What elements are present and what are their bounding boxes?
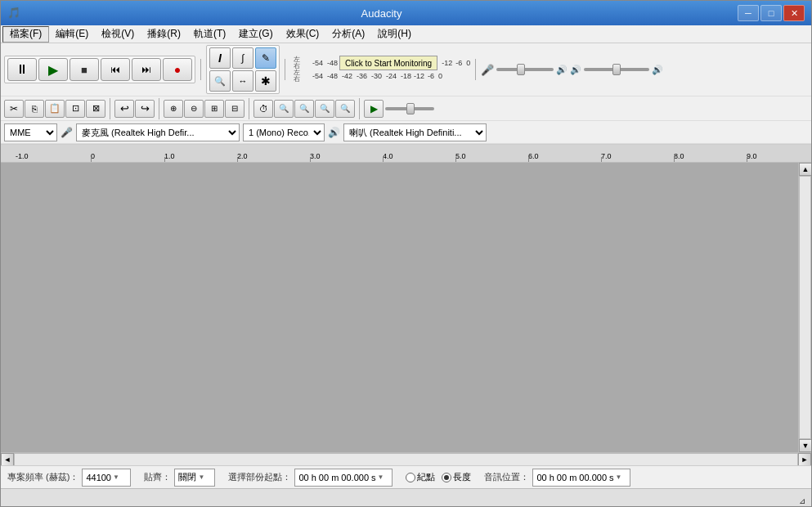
maximize-button[interactable]: □ [760, 5, 782, 21]
play-at-speed-container: ▶ [364, 100, 434, 118]
window-controls: ─ □ ✕ [738, 5, 805, 21]
copy-button[interactable]: ⎘ [25, 100, 44, 118]
selection-start-label: 選擇部份起點： [228, 471, 291, 483]
menu-edit[interactable]: 編輯(E) [49, 26, 95, 43]
separator-1 [200, 59, 201, 80]
zoom-out-button[interactable]: ⊖ [184, 100, 204, 118]
sample-rate-label: 專案頻率 (赫茲)： [7, 471, 79, 483]
silence-button[interactable]: ⊠ [86, 100, 105, 118]
ruler-tick-9: 8.0 [674, 152, 684, 160]
menu-analyze[interactable]: 分析(A) [325, 26, 371, 43]
menu-bar: 檔案(F) 編輯(E) 檢視(V) 播錄(R) 軌道(T) 建立(G) 效果(C… [1, 25, 811, 43]
stop-button[interactable]: ■ [70, 58, 99, 81]
scroll-track-h[interactable] [14, 453, 798, 466]
tick-line-9 [747, 157, 747, 162]
timeshift-tool-button[interactable]: ✱ [255, 70, 276, 92]
trim-button[interactable]: ⊡ [65, 100, 85, 118]
mic-slider[interactable] [496, 68, 554, 71]
tick-line-3 [310, 157, 311, 162]
menu-effects[interactable]: 效果(C) [280, 26, 326, 43]
fit-tool-button[interactable]: ↔ [232, 70, 253, 92]
ruler-tick-4: 3.0 [310, 152, 321, 160]
mic-volume-container: 🎤 🔊 [481, 64, 568, 76]
record-button[interactable]: ● [163, 58, 192, 81]
window-title: Audacity [25, 7, 738, 20]
zoom-fit2-button[interactable]: 🔍 [335, 100, 355, 118]
resize-handle[interactable]: ⊿ [799, 496, 805, 505]
zoom-norm-button[interactable]: 🔍 [274, 100, 294, 118]
play-at-speed-button[interactable]: ▶ [364, 100, 384, 118]
sample-rate-section: 專案頻率 (赫茲)： 44100 [7, 469, 131, 487]
pause-button[interactable]: ⏸ [7, 58, 37, 81]
mic-slider-thumb[interactable] [517, 64, 525, 75]
snap-dropdown[interactable]: 關閉 [174, 469, 215, 487]
playback-slider[interactable] [584, 68, 649, 71]
status-bottom-bar: ⊿ [1, 488, 811, 506]
zoom-fit-sel-button[interactable]: ⊞ [204, 100, 224, 118]
playback-slider-thumb[interactable] [612, 64, 621, 75]
radio-length-button[interactable] [442, 473, 451, 482]
playback-tools: ⏱ 🔍 🔍 🔍 🔍 [253, 100, 355, 118]
scroll-track-v[interactable] [799, 176, 811, 439]
play-button[interactable]: ▶ [38, 58, 68, 81]
menu-record[interactable]: 播錄(R) [141, 26, 187, 43]
menu-tracks[interactable]: 軌道(T) [187, 26, 232, 43]
separator-2 [285, 59, 285, 80]
microphone-select[interactable]: 麥克風 (Realtek High Defir... [76, 123, 240, 141]
menu-file[interactable]: 檔案(F) [2, 26, 49, 43]
select-tool-button[interactable]: I [209, 47, 231, 69]
minimize-button[interactable]: ─ [738, 5, 759, 21]
scroll-up-button[interactable]: ▲ [799, 163, 811, 176]
toolbar-area: ⏸ ▶ ■ ⏮ ⏭ ● I ∫ ✎ 🔍 ↔ ✱ [1, 43, 811, 145]
playback-vol-max-icon: 🔊 [652, 65, 663, 75]
scroll-down-button[interactable]: ▼ [799, 439, 811, 452]
ruler-inner: -1.0 0 1.0 2.0 3.0 4.0 5.0 6.0 7.0 8.0 9… [1, 145, 811, 162]
monitoring-button[interactable]: Click to Start Monitoring [339, 56, 437, 70]
horizontal-scrollbar: ◄ ► [1, 452, 811, 465]
scroll-left-button[interactable]: ◄ [1, 453, 14, 466]
menu-help[interactable]: 說明(H) [371, 26, 418, 43]
tick-line-5 [455, 157, 456, 162]
envelope-tool-button[interactable]: ∫ [232, 47, 253, 69]
mic-volume-icon: 🔊 [556, 65, 568, 75]
menu-view[interactable]: 檢視(V) [95, 26, 141, 43]
title-bar: 🎵 Audacity ─ □ ✕ [1, 1, 811, 25]
next-button[interactable]: ⏭ [132, 58, 161, 81]
cut-button[interactable]: ✂ [4, 100, 24, 118]
channels-select[interactable]: 1 (Mono) Reco... [243, 123, 325, 141]
zoom-tool-button[interactable]: 🔍 [209, 70, 231, 92]
zoom-fit-proj-button[interactable]: ⊟ [225, 100, 244, 118]
db-scale-right: -12 -6 0 [439, 59, 470, 67]
speaker-select[interactable]: 喇叭 (Realtek High Definiti... [343, 123, 487, 141]
ruler-tick-0: -1.0 [16, 152, 29, 160]
ruler-tick-7: 6.0 [528, 152, 539, 160]
zoom-in-button[interactable]: ⊕ [164, 100, 183, 118]
sample-rate-dropdown[interactable]: 44100 [82, 469, 131, 487]
radio-length-label: 長度 [453, 471, 471, 483]
speed-slider[interactable] [385, 107, 434, 110]
zoom-out2-button[interactable]: 🔍 [315, 100, 334, 118]
scroll-right-button[interactable]: ► [798, 453, 811, 466]
menu-generate[interactable]: 建立(G) [232, 26, 279, 43]
close-button[interactable]: ✕ [783, 5, 805, 21]
toolbar-row-2: ✂ ⎘ 📋 ⊡ ⊠ ↩ ↪ ⊕ ⊖ ⊞ ⊟ [1, 96, 811, 121]
selection-start-dropdown[interactable]: 00 h 00 m 00.000 s [294, 469, 393, 487]
radio-snap-button[interactable] [406, 473, 415, 482]
undo-button[interactable]: ↩ [114, 100, 134, 118]
speed-slider-thumb[interactable] [406, 103, 415, 114]
tick-line-4 [383, 157, 384, 162]
prev-button[interactable]: ⏮ [101, 58, 130, 81]
ruler-tick-2: 1.0 [164, 152, 175, 160]
draw-tool-button[interactable]: ✎ [255, 47, 276, 69]
db-scale-top: -54 -48 [305, 59, 338, 67]
audio-pos-section: 音訊位置： 00 h 00 m 00.000 s [484, 469, 630, 487]
zoom-sel2-button[interactable]: 🔍 [294, 100, 314, 118]
audio-pos-dropdown[interactable]: 00 h 00 m 00.000 s [532, 469, 630, 487]
host-select[interactable]: MME [4, 123, 57, 141]
redo-button[interactable]: ↪ [135, 100, 155, 118]
paste-button[interactable]: 📋 [45, 100, 65, 118]
ruler-tick-6: 5.0 [455, 152, 466, 160]
tick-line-8 [674, 157, 675, 162]
timesig-button[interactable]: ⏱ [253, 100, 273, 118]
track-area[interactable] [1, 163, 798, 452]
